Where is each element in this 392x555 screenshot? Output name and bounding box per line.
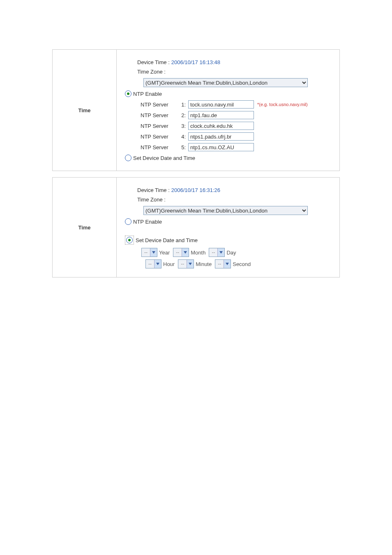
svg-marker-2 [219, 251, 223, 254]
year-label: Year [159, 250, 170, 256]
select-value: -- [146, 261, 154, 267]
ntp-server-row-4: NTP Server 4: [141, 132, 335, 141]
ntp-server-hint: *(e.g. tock.usno.navy.mil) [257, 102, 308, 107]
svg-marker-4 [189, 263, 192, 265]
ntp-server-row-2: NTP Server 2: [141, 111, 335, 119]
month-label: Month [191, 250, 205, 256]
ntp-enable-row[interactable]: NTP Enable [125, 90, 335, 97]
time-panel-manual: Time Device Time : 2006/10/17 16:31:26 T… [52, 177, 340, 278]
ntp-server-num: 2: [178, 112, 186, 118]
year-select[interactable]: -- [141, 248, 157, 257]
second-label: Second [233, 261, 251, 267]
ntp-server-input-3[interactable] [188, 122, 254, 130]
set-device-row[interactable]: Set Device Date and Time [125, 236, 335, 245]
timezone-label: Time Zone : [137, 69, 166, 75]
set-device-label: Set Device Date and Time [136, 237, 198, 243]
radio-set-device[interactable] [126, 237, 133, 243]
svg-marker-3 [156, 263, 159, 265]
svg-marker-5 [226, 263, 229, 265]
ntp-server-row-5: NTP Server 5: [141, 143, 335, 151]
chevron-down-icon [154, 260, 161, 268]
timezone-row: (GMT)Greenwich Mean Time:Dublin,Lisbon,L… [143, 78, 335, 87]
ntp-enable-label: NTP Enable [133, 91, 162, 97]
device-time-row: Device Time : 2006/10/17 16:13:48 [137, 59, 335, 65]
date-row: -- Year -- Month -- [141, 248, 335, 257]
minute-label: Minute [196, 261, 212, 267]
radio-focus-ring [125, 236, 134, 245]
select-value: -- [173, 250, 182, 255]
hour-select[interactable]: -- [145, 259, 161, 268]
minute-select[interactable]: -- [178, 259, 194, 268]
panel-title: Time [53, 178, 117, 277]
timezone-label-row: Time Zone : [137, 197, 335, 203]
svg-marker-0 [152, 251, 155, 254]
device-time-label: Device Time : [137, 187, 170, 193]
ntp-server-input-4[interactable] [188, 132, 254, 141]
device-time-row: Device Time : 2006/10/17 16:31:26 [137, 187, 335, 193]
chevron-down-icon [217, 248, 224, 257]
radio-ntp-enable[interactable] [125, 90, 131, 97]
set-device-label: Set Device Date and Time [133, 155, 195, 161]
month-select[interactable]: -- [173, 248, 189, 257]
timezone-select[interactable]: (GMT)Greenwich Mean Time:Dublin,Lisbon,L… [143, 78, 308, 87]
select-value: -- [178, 261, 187, 267]
ntp-server-num: 1: [178, 102, 186, 108]
ntp-enable-label: NTP Enable [133, 219, 162, 225]
ntp-server-num: 5: [178, 144, 186, 150]
day-label: Day [226, 250, 236, 256]
svg-marker-1 [184, 251, 187, 254]
timezone-select[interactable]: (GMT)Greenwich Mean Time:Dublin,Lisbon,L… [143, 206, 308, 215]
ntp-server-input-1[interactable] [188, 100, 254, 109]
ntp-server-num: 3: [178, 123, 186, 129]
ntp-server-row-3: NTP Server 3: [141, 122, 335, 130]
radio-ntp-enable[interactable] [125, 218, 131, 225]
chevron-down-icon [224, 260, 231, 268]
ntp-server-row-1: NTP Server 1: *(e.g. tock.usno.navy.mil) [141, 100, 335, 109]
ntp-server-num: 4: [178, 134, 186, 140]
device-time-label: Device Time : [137, 59, 170, 65]
ntp-server-label: NTP Server [141, 134, 178, 140]
set-device-row[interactable]: Set Device Date and Time [125, 155, 335, 161]
chevron-down-icon [182, 248, 189, 257]
select-value: -- [142, 250, 150, 255]
select-value: -- [209, 250, 217, 255]
ntp-server-label: NTP Server [141, 144, 178, 150]
ntp-server-label: NTP Server [141, 123, 178, 129]
time-panel-ntp: Time Device Time : 2006/10/17 16:13:48 T… [52, 49, 340, 171]
panel-title: Time [53, 50, 117, 171]
select-value: -- [215, 261, 224, 267]
ntp-server-input-2[interactable] [188, 111, 254, 119]
ntp-server-label: NTP Server [141, 112, 178, 118]
chevron-down-icon [150, 248, 157, 257]
day-select[interactable]: -- [209, 248, 225, 257]
ntp-enable-row[interactable]: NTP Enable [125, 218, 335, 225]
hour-label: Hour [163, 261, 175, 267]
chevron-down-icon [187, 260, 194, 268]
device-time-value: 2006/10/17 16:13:48 [171, 59, 220, 65]
timezone-label: Time Zone : [137, 197, 166, 203]
timezone-label-row: Time Zone : [137, 69, 335, 75]
second-select[interactable]: -- [215, 259, 231, 268]
device-time-value: 2006/10/17 16:31:26 [171, 187, 220, 193]
timezone-row: (GMT)Greenwich Mean Time:Dublin,Lisbon,L… [143, 206, 335, 215]
panel-body: Device Time : 2006/10/17 16:13:48 Time Z… [117, 50, 339, 171]
panel-body: Device Time : 2006/10/17 16:31:26 Time Z… [117, 178, 339, 277]
radio-set-device[interactable] [125, 155, 131, 161]
time-row: -- Hour -- Minute -- [145, 259, 335, 268]
ntp-server-label: NTP Server [141, 102, 178, 108]
ntp-server-input-5[interactable] [188, 143, 254, 151]
